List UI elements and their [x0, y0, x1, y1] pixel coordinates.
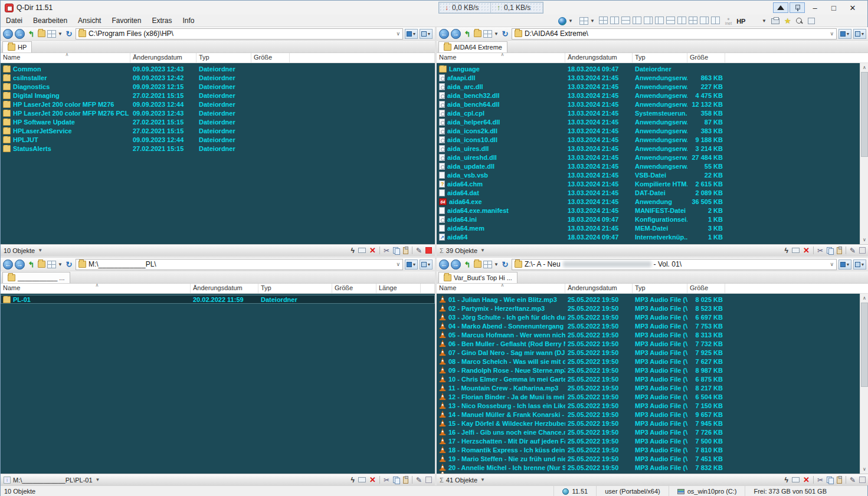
scroll-down-arrow[interactable]: ∨ [860, 235, 868, 244]
menu-extras[interactable]: Extras [146, 15, 177, 26]
up-folder-button[interactable]: ↰ [463, 260, 472, 269]
file-row[interactable]: aida6418.03.2024 09:47Internetverknüp...… [437, 232, 868, 241]
column-header-lnge[interactable]: Länge [376, 284, 421, 293]
pane-select-caret[interactable]: ▼ [412, 32, 417, 36]
file-row[interactable]: aida_update.dll13.03.2024 21:45Anwendung… [437, 162, 868, 170]
active-panel-icon[interactable] [425, 477, 432, 483]
pane-layout-caret[interactable]: ▼ [861, 32, 865, 36]
panel-box-icon[interactable] [808, 18, 815, 24]
address-dropdown-caret[interactable]: ∨ [830, 261, 834, 267]
file-row[interactable]: 10 - Chris Elmer - Gemma in mei Gartenh.… [437, 375, 868, 383]
view-mode-icon[interactable] [483, 30, 492, 38]
pane-select-caret[interactable]: ▼ [412, 262, 417, 267]
edit-pen-icon[interactable]: ✎ [416, 247, 422, 255]
file-row[interactable]: 14 - Manuel Müller & Frank Konarski - Mi… [437, 410, 868, 419]
file-row[interactable]: aida_bench32.dll13.03.2024 21:45Anwendun… [437, 91, 868, 100]
file-row[interactable]: aida64.chm13.03.2024 21:45Kompilierte HT… [437, 179, 868, 188]
file-row[interactable]: 04 - Marko Abend - Sonnenuntergang (Ce..… [437, 321, 868, 330]
file-row[interactable]: aida_icons10.dll13.03.2024 21:45Anwendun… [437, 135, 868, 144]
paste-icon[interactable] [403, 247, 408, 254]
layout-grid-icon[interactable] [579, 17, 588, 25]
layout-quad-button[interactable] [599, 17, 608, 24]
file-row[interactable]: 08 - Marco Schelch - Was will sie mit de… [437, 357, 868, 366]
file-row[interactable]: afaapi.dll13.03.2024 21:45Anwendungserw.… [437, 73, 868, 82]
column-header-nderungsdatum[interactable]: Änderungsdatum [191, 284, 258, 293]
rename-box-icon[interactable] [792, 477, 800, 482]
view-mode-caret[interactable]: ▼ [494, 262, 499, 267]
scrollbar-thumb[interactable] [861, 303, 868, 387]
pane-select-caret[interactable]: ▼ [846, 32, 850, 36]
pane-layout-caret[interactable]: ▼ [861, 262, 865, 267]
back-button[interactable]: ← [3, 260, 13, 270]
layout-dropdown-caret[interactable]: ▼ [590, 18, 595, 24]
active-panel-icon[interactable] [859, 477, 866, 483]
pane-select-button[interactable]: ▼ [838, 29, 851, 39]
layout-h-split-button[interactable] [621, 17, 630, 24]
paste-icon[interactable] [837, 247, 842, 254]
pane-layout-button[interactable]: ▼ [853, 29, 866, 39]
minimize-button[interactable]: – [806, 2, 824, 14]
print-icon[interactable] [771, 18, 779, 24]
view-mode-icon[interactable] [47, 30, 56, 38]
pane-status-label[interactable]: M:\____________PL\PL-01 [13, 477, 93, 484]
file-row[interactable]: 05 - Marcus Hofmann - Wer wenn nicht D..… [437, 330, 868, 339]
copy-icon[interactable] [827, 477, 833, 484]
up-folder-button[interactable]: ↰ [27, 260, 36, 269]
pane-tab[interactable]: AIDA64 Extreme [438, 41, 507, 52]
pane-status-label[interactable]: 41 Objekte [446, 477, 477, 484]
file-row[interactable]: 13 - Nico Rosseburg - Ich lass ein Like … [437, 401, 868, 410]
file-row[interactable]: Diagnostics09.09.2023 12:15Dateiordner [1, 82, 435, 91]
pane-select-button[interactable]: ▼ [405, 29, 418, 39]
file-row[interactable]: aida_helper64.dll13.03.2024 21:45Anwendu… [437, 117, 868, 126]
column-header-typ[interactable]: Typ [633, 284, 687, 293]
column-header-name[interactable]: Name∧ [437, 284, 565, 293]
file-row[interactable]: aida_icons2k.dll13.03.2024 21:45Anwendun… [437, 126, 868, 135]
layout-bottom-wide-button[interactable] [677, 17, 686, 24]
address-dropdown-caret[interactable]: ∨ [396, 31, 400, 37]
pane-status-caret[interactable]: ▼ [38, 248, 42, 253]
forward-button[interactable]: → [15, 260, 25, 270]
file-row[interactable]: aida64.exe.manifest13.03.2024 21:45MANIF… [437, 206, 868, 215]
column-header-gre[interactable]: Größe [332, 284, 376, 293]
file-row[interactable]: PL-0120.02.2022 11:59Dateiordner [1, 295, 435, 304]
pane-status-caret[interactable]: ▼ [480, 477, 485, 482]
file-row[interactable]: aida64.ini18.03.2024 09:47Konfigurations… [437, 215, 868, 224]
pane-layout-caret[interactable]: ▼ [427, 262, 431, 267]
hp-favorite-label[interactable]: HP [736, 18, 745, 25]
file-row[interactable]: aida_uireshd.dll13.03.2024 21:45Anwendun… [437, 153, 868, 162]
menu-datei[interactable]: Datei [1, 15, 28, 26]
file-row[interactable]: 07 - Gino Dal Nero - Sag mir wann (DJ Re… [437, 348, 868, 357]
refresh-button[interactable]: ↻ [500, 29, 510, 38]
globe-icon[interactable] [558, 17, 566, 25]
menu-bearbeiten[interactable]: Bearbeiten [28, 15, 73, 26]
inet-icon[interactable]: ✶inet [725, 17, 732, 25]
address-dropdown-caret[interactable]: ∨ [396, 261, 400, 267]
file-row[interactable]: aida_bench64.dll13.03.2024 21:45Anwendun… [437, 100, 868, 109]
view-mode-caret[interactable]: ▼ [58, 31, 63, 37]
pane-status-caret[interactable]: ▼ [96, 477, 100, 482]
layout-top-wide-button[interactable] [666, 17, 675, 24]
file-row[interactable]: 01 - Julian Haag - Wie ein Blitz.mp325.0… [437, 295, 868, 304]
favorites-star-icon[interactable]: ★ [784, 17, 791, 25]
file-row[interactable]: 19 - Mario Steffen - Nie zu früh und nie… [437, 454, 868, 463]
file-row[interactable]: 12 - Florian Binder - Ja de Musi is mei … [437, 392, 868, 401]
file-row[interactable]: Language18.03.2024 09:47Dateiordner [437, 64, 868, 73]
pane-status-label[interactable]: 10 Objekte [4, 247, 35, 254]
file-row[interactable]: HP LaserJet 200 color MFP M27609.09.2023… [1, 100, 435, 109]
file-row-partial[interactable] [437, 472, 868, 474]
delete-icon[interactable]: ✕ [803, 475, 810, 484]
column-header-gre[interactable]: Größe [687, 53, 725, 63]
file-row[interactable]: Digital Imaging27.02.2021 15:15Dateiordn… [1, 91, 435, 100]
view-mode-icon[interactable] [47, 261, 56, 268]
column-header-typ[interactable]: Typ [258, 284, 332, 293]
view-mode-icon[interactable] [483, 261, 492, 268]
delete-icon[interactable]: ✕ [803, 246, 810, 255]
refresh-button[interactable]: ↻ [500, 260, 510, 269]
view-mode-caret[interactable]: ▼ [494, 31, 499, 37]
file-row[interactable]: aida_vsb.vsb13.03.2024 21:45VSB-Datei22 … [437, 170, 868, 179]
layout-v-split-button[interactable] [610, 17, 619, 24]
layout-single-button[interactable] [711, 17, 720, 24]
pane-select-button[interactable]: ▼ [838, 260, 851, 270]
address-bar[interactable]: D:\AIDA64 Extreme\∨ [512, 28, 837, 40]
cut-icon[interactable]: ✂ [817, 476, 823, 484]
